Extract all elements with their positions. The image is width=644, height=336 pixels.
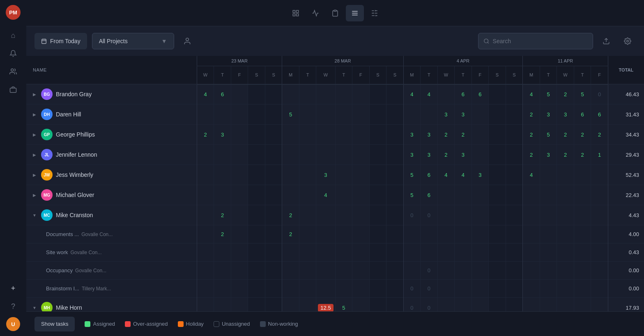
show-tasks-button[interactable]: Show tasks bbox=[34, 317, 75, 331]
holiday-label: Holiday bbox=[186, 321, 204, 327]
expand-button[interactable]: ▼ bbox=[31, 304, 38, 311]
day-cell bbox=[369, 84, 386, 104]
filter-view-btn[interactable] bbox=[366, 5, 384, 21]
day-cell bbox=[574, 165, 591, 185]
day-cell bbox=[352, 84, 370, 104]
total-cell: 4.43 bbox=[608, 205, 644, 225]
day-cell bbox=[282, 298, 299, 312]
subtask-row: Site workGovalle Con...0.43 bbox=[26, 243, 644, 262]
sidebar-item-portfolio[interactable] bbox=[6, 82, 21, 97]
day-cell: 4 bbox=[197, 84, 214, 104]
svg-rect-2 bbox=[293, 10, 295, 12]
unassigned-dot bbox=[214, 321, 219, 327]
day-cell bbox=[506, 205, 523, 225]
subtask-row: OccupancyGovalle Con...00.00 bbox=[26, 262, 644, 280]
day-cell bbox=[472, 243, 489, 262]
day-cell bbox=[248, 205, 265, 225]
day-value: 3 bbox=[410, 132, 413, 138]
day-header: M bbox=[403, 66, 421, 84]
search-input[interactable] bbox=[493, 38, 588, 44]
day-value: 3 bbox=[221, 132, 224, 138]
avatar: BG bbox=[41, 88, 53, 100]
day-cell bbox=[386, 243, 404, 262]
day-cell bbox=[335, 185, 352, 205]
expand-button[interactable]: ▶ bbox=[31, 131, 38, 138]
clipboard-view-btn[interactable] bbox=[326, 5, 344, 21]
expand-button[interactable]: ▶ bbox=[31, 192, 38, 198]
day-header: F bbox=[352, 66, 370, 84]
expand-button[interactable]: ▶ bbox=[31, 91, 38, 97]
person-name-cell: ▶GPGeorge Phillips bbox=[26, 125, 197, 145]
day-cell bbox=[403, 243, 421, 262]
day-cell bbox=[455, 262, 472, 280]
day-cell bbox=[472, 262, 489, 280]
day-cell bbox=[437, 185, 455, 205]
zero-value: 0 bbox=[410, 285, 413, 292]
day-cell bbox=[591, 225, 608, 243]
day-value: 3 bbox=[324, 172, 327, 178]
day-cell bbox=[455, 243, 472, 262]
projects-dropdown[interactable]: All Projects ▼ bbox=[92, 33, 174, 49]
expand-button[interactable]: ▶ bbox=[31, 111, 38, 118]
day-value: 1 bbox=[598, 152, 601, 158]
day-cell bbox=[574, 298, 591, 312]
sidebar-item-notifications[interactable] bbox=[6, 46, 21, 61]
day-cell bbox=[437, 262, 455, 280]
total-cell: 22.43 bbox=[608, 185, 644, 205]
day-cell bbox=[299, 185, 316, 205]
person-filter-btn[interactable] bbox=[179, 33, 196, 49]
timeline-view-btn[interactable] bbox=[346, 5, 364, 21]
person-row: ▶MGMichael Glover45622.43 bbox=[26, 185, 644, 205]
day-cell bbox=[248, 165, 265, 185]
sidebar-item-home[interactable]: ⌂ bbox=[6, 28, 21, 43]
non-working-label: Non-working bbox=[268, 321, 298, 327]
project-name-label: Govalle Con... bbox=[75, 268, 106, 273]
day-cell bbox=[299, 298, 316, 312]
day-value: 4 bbox=[204, 91, 207, 97]
expand-button[interactable]: ▼ bbox=[31, 212, 38, 218]
day-cell bbox=[437, 205, 455, 225]
svg-rect-3 bbox=[297, 10, 299, 12]
day-cell bbox=[248, 225, 265, 243]
day-cell: 2 bbox=[557, 84, 574, 104]
user-avatar[interactable]: U bbox=[6, 317, 20, 331]
expand-button[interactable]: ▶ bbox=[31, 151, 38, 158]
subtask-name-cell: Brainstorm I...Tillery Mark... bbox=[26, 280, 197, 298]
day-cell bbox=[316, 243, 335, 262]
sidebar-bottom: + ? U bbox=[6, 281, 21, 331]
settings-btn[interactable] bbox=[619, 33, 636, 49]
total-cell: 17.93 bbox=[608, 298, 644, 312]
sidebar-item-add[interactable]: + bbox=[6, 281, 21, 296]
grid-view-btn[interactable] bbox=[287, 5, 305, 21]
day-cell bbox=[352, 205, 370, 225]
export-btn[interactable] bbox=[598, 33, 614, 49]
content-area: From Today All Projects ▼ bbox=[26, 26, 644, 336]
day-header: W bbox=[437, 66, 455, 84]
day-cell bbox=[265, 280, 282, 298]
day-cell bbox=[591, 185, 608, 205]
expand-button[interactable]: ▶ bbox=[31, 171, 38, 178]
day-cell bbox=[540, 262, 557, 280]
app-logo[interactable]: PM bbox=[6, 5, 21, 20]
day-cell bbox=[523, 185, 540, 205]
day-cell: 2 bbox=[437, 145, 455, 165]
chart-view-btn[interactable] bbox=[306, 5, 324, 21]
day-cell: 2 bbox=[455, 125, 472, 145]
svg-rect-4 bbox=[293, 14, 295, 16]
day-cell bbox=[214, 280, 231, 298]
day-cell bbox=[523, 243, 540, 262]
day-cell bbox=[299, 145, 316, 165]
day-cell bbox=[316, 225, 335, 243]
gantt-table: NAME 23 MAR 28 MAR 4 APR 11 APR TOTAL W … bbox=[26, 56, 644, 311]
sidebar-item-help[interactable]: ? bbox=[6, 299, 21, 314]
day-cell: 0 bbox=[421, 205, 438, 225]
from-today-button[interactable]: From Today bbox=[34, 33, 87, 49]
day-cell bbox=[540, 298, 557, 312]
day-cell bbox=[506, 298, 523, 312]
sidebar-item-people[interactable] bbox=[6, 64, 21, 79]
person-row: ▶BGBrandon Gray4644664525046.43 bbox=[26, 84, 644, 104]
gantt-table-container[interactable]: NAME 23 MAR 28 MAR 4 APR 11 APR TOTAL W … bbox=[26, 56, 644, 311]
day-value: 6 bbox=[462, 91, 465, 97]
day-cell bbox=[369, 243, 386, 262]
subtask-total-cell: 0.43 bbox=[608, 243, 644, 262]
